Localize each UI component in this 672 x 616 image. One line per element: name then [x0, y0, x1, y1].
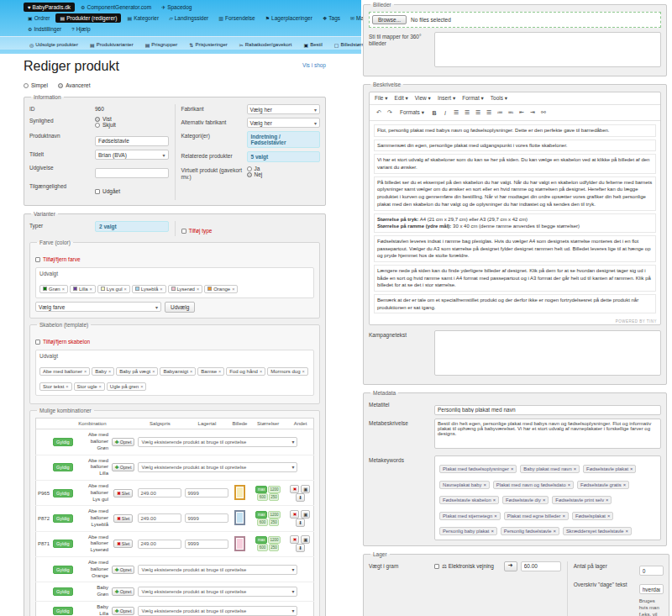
outdent-icon[interactable]: ⇤ — [517, 109, 526, 116]
menu-format[interactable]: Format ▾ — [462, 95, 484, 102]
keyword-pill[interactable]: Fødselstavle plakat× — [583, 465, 636, 473]
remove-icon[interactable]: × — [108, 369, 111, 374]
remove-icon[interactable]: × — [606, 498, 608, 503]
template-pill[interactable]: Baby× — [92, 367, 114, 376]
file-upload-dropzone[interactable]: Browse... No files selected — [369, 12, 661, 28]
product-thumbnail[interactable] — [234, 485, 245, 500]
remove-icon[interactable]: × — [623, 482, 626, 487]
gyldig-badge[interactable]: Gyldig — [53, 489, 73, 498]
alternativ-fabrikant-select[interactable]: Vælg her▾ — [247, 118, 321, 128]
template-pill[interactable]: Baby på vægt× — [116, 367, 158, 376]
remove-icon[interactable]: × — [218, 369, 221, 374]
create-from-existing-select[interactable]: Vælg eksisterende produkt at bruge til o… — [138, 587, 297, 597]
salgspris-cell-input[interactable] — [138, 488, 181, 498]
vis-i-shop-link[interactable]: Vis i shop — [302, 62, 326, 68]
nav-item-produktvarianter[interactable]: ▤Produktvarianter — [86, 40, 138, 50]
slet-button[interactable]: ✖Slet — [113, 540, 133, 548]
gyldig-badge[interactable]: Gyldig — [53, 587, 73, 596]
keyword-pill[interactable]: Navneplakat baby× — [439, 481, 490, 489]
browse-button[interactable]: Browse... — [372, 15, 407, 24]
indent-icon[interactable]: ⇥ — [528, 109, 537, 116]
template-pill[interactable]: Fod og hånd× — [226, 367, 265, 376]
nav-item-prisjusteringer[interactable]: ⇅Prisjusteringer — [185, 40, 231, 50]
remove-icon[interactable]: × — [62, 287, 65, 292]
remove-icon[interactable]: × — [99, 384, 102, 389]
remove-icon[interactable]: × — [543, 498, 545, 503]
align-center-icon[interactable]: ☰ — [463, 109, 471, 116]
fabrikant-select[interactable]: Vælg her▾ — [247, 104, 321, 114]
keyword-pill[interactable]: Fødselstavle print selv× — [552, 496, 612, 504]
undo-icon[interactable]: ↶ — [375, 109, 383, 116]
gyldig-badge[interactable]: Gyldig — [53, 438, 73, 446]
slet-button[interactable]: ✖Slet — [113, 514, 133, 523]
virtuelt-nej-radio[interactable]: Nej — [247, 171, 314, 177]
create-from-existing-select[interactable]: Vælg eksisterende produkt at bruge til o… — [138, 606, 297, 616]
create-from-existing-select[interactable]: Vælg eksisterende produkt at bruge til o… — [138, 462, 297, 472]
template-pill[interactable]: Babyansigt× — [160, 367, 196, 376]
metabeskrivelse-textarea[interactable]: Bestil din helt egen, personlige plakat … — [434, 419, 661, 449]
remove-icon[interactable]: × — [563, 513, 565, 519]
color-pill[interactable]: Lyseblå× — [132, 285, 166, 293]
vaegt-input[interactable] — [521, 561, 561, 571]
keyword-pill[interactable]: Fødselstavle skabelon× — [439, 496, 499, 504]
remove-icon[interactable]: × — [84, 369, 87, 374]
tilfoj-fjern-skabelon-checkbox[interactable]: Tilføj/fjern skabelon — [35, 339, 90, 345]
template-pill[interactable]: Ugle på gren× — [107, 382, 147, 391]
menu-view[interactable]: View ▾ — [415, 95, 431, 102]
italic-icon[interactable]: I — [441, 110, 449, 116]
remove-icon[interactable]: × — [190, 369, 192, 374]
align-right-icon[interactable]: ☰ — [474, 109, 482, 116]
opret-button[interactable]: ✚Opret — [112, 463, 134, 471]
remove-icon[interactable]: × — [302, 369, 304, 374]
tildelt-select[interactable]: Brian (BVA)▾ — [95, 150, 169, 160]
color-pill[interactable]: Orange× — [204, 285, 238, 293]
keyword-pill[interactable]: Personlig fødselstavle× — [501, 527, 559, 535]
synlighed-vist-radio[interactable]: Vist — [95, 116, 162, 122]
image-button[interactable]: ▣ — [301, 510, 310, 519]
gyldig-badge[interactable]: Gyldig — [53, 540, 73, 548]
template-pill[interactable]: Stor tekst× — [39, 382, 72, 391]
remove-icon[interactable]: × — [493, 498, 496, 503]
tilfoj-fjern-farve-checkbox[interactable]: Tilføj/fjern farve — [35, 256, 81, 262]
tilfoj-type-checkbox[interactable]: Tilføj type — [181, 228, 213, 234]
numbered-list-icon[interactable]: ≕ — [507, 109, 515, 116]
overskriv-dage-input[interactable] — [639, 584, 664, 594]
keyword-pill[interactable]: Plakat med navn og fødselsdato× — [493, 481, 574, 489]
remove-icon[interactable]: × — [626, 529, 628, 534]
product-thumbnail[interactable] — [234, 510, 245, 525]
kampagnetekst-textarea[interactable] — [434, 330, 661, 376]
create-from-existing-select[interactable]: Vælg eksisterende produkt at bruge til o… — [138, 437, 297, 447]
menu-edit[interactable]: Edit ▾ — [395, 95, 408, 102]
keyword-pill[interactable]: Plakat med egne billeder× — [504, 512, 569, 520]
remove-icon[interactable]: × — [574, 466, 576, 471]
nav-item-componentgenerator-com[interactable]: ⚙ComponentGenerator.com — [76, 3, 155, 12]
color-pill[interactable]: Lys gul× — [97, 285, 130, 293]
vaelg-farve-select[interactable]: Vælg farve▾ — [35, 302, 161, 312]
remove-icon[interactable]: × — [152, 369, 155, 374]
keyword-pill[interactable]: Baby plakat med navn× — [520, 465, 580, 473]
menu-tools[interactable]: Tools ▾ — [491, 95, 507, 102]
produktnavn-input[interactable] — [95, 136, 169, 146]
nav-item-udsolgte-produkter[interactable]: ◎Udsolgte produkter — [25, 40, 82, 50]
metatitel-input[interactable] — [434, 405, 661, 415]
udgaaet-checkbox[interactable]: Udgået — [95, 188, 120, 194]
remove-icon[interactable]: × — [90, 287, 92, 292]
gyldig-badge[interactable]: Gyldig — [53, 463, 73, 471]
synlighed-skjult-radio[interactable]: Skjult — [95, 122, 162, 128]
mode-avanceret-radio[interactable]: Avanceret — [58, 82, 90, 88]
bold-icon[interactable]: B — [430, 110, 438, 116]
redo-icon[interactable]: ↷ — [386, 109, 394, 116]
kategorier-value[interactable]: Indretning / Fødselstavler — [247, 131, 321, 148]
delete-button[interactable]: ✖ — [290, 535, 299, 544]
color-pill[interactable]: Lilla× — [70, 285, 96, 293]
remove-icon[interactable]: × — [124, 287, 127, 292]
mode-simpel-radio[interactable]: Simpel — [24, 82, 48, 88]
product-thumbnail[interactable] — [234, 536, 245, 551]
nav-item-hj-lp[interactable]: ?Hjælp — [67, 24, 94, 34]
formats-dropdown[interactable]: Formats ▾ — [396, 108, 428, 118]
align-left-icon[interactable]: ☰ — [452, 109, 460, 116]
keyword-pill[interactable]: Personlig baby plakat× — [439, 527, 497, 535]
link-icon[interactable]: ⚯ — [539, 109, 548, 116]
image-button[interactable]: ▣ — [301, 485, 310, 493]
remove-icon[interactable]: × — [568, 482, 570, 487]
